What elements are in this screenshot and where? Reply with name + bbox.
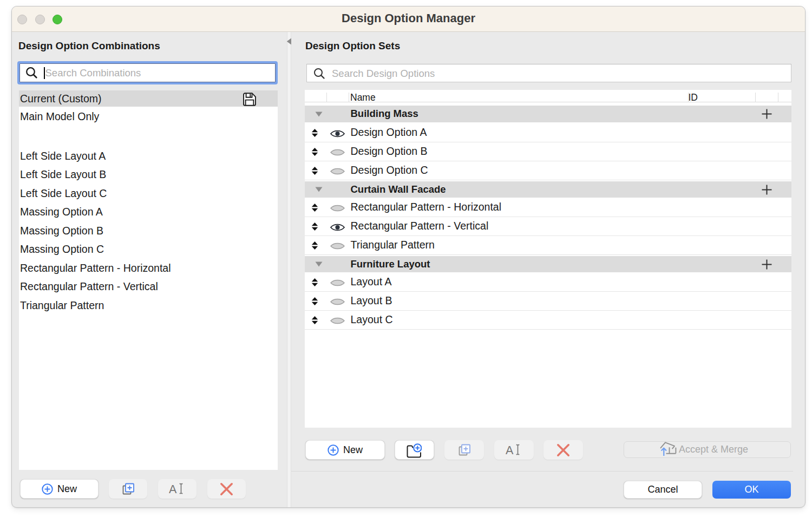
svg-text:A: A [169, 483, 177, 496]
svg-text:A: A [506, 444, 514, 457]
